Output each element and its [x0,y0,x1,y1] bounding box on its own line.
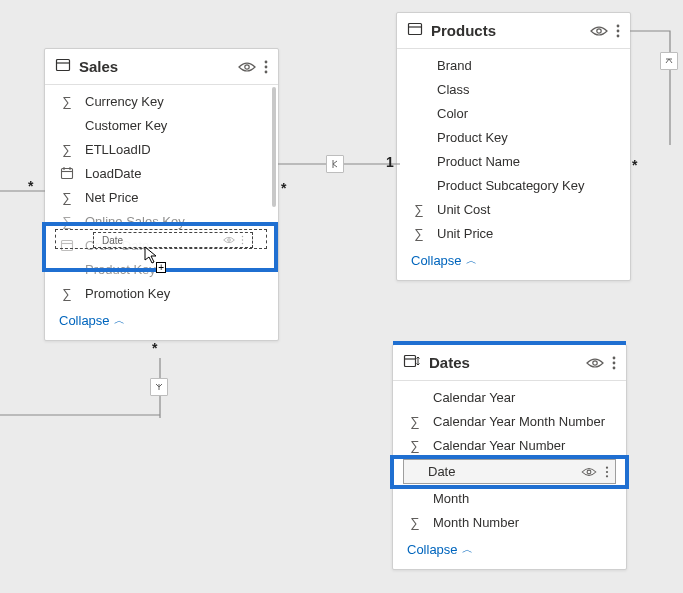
svg-point-22 [613,361,616,364]
chevron-up-icon: ︿ [114,313,125,328]
field-list: ∑Currency Key Customer Key ∑ETLLoadID Lo… [45,85,278,340]
field-unit-cost[interactable]: ∑Unit Cost [397,197,630,221]
svg-rect-6 [62,169,73,179]
field-month[interactable]: Month [393,486,626,510]
sigma-icon: ∑ [407,515,423,530]
field-product-name[interactable]: Product Name [397,149,630,173]
field-loaddate[interactable]: LoadDate [45,161,278,185]
field-promotion-key[interactable]: ∑Promotion Key [45,281,278,305]
svg-rect-18 [405,356,416,367]
svg-point-4 [265,65,268,68]
field-label: Month [433,491,612,506]
field-calendar-year[interactable]: Calendar Year [393,385,626,409]
more-icon[interactable] [616,24,620,38]
field-product-key[interactable]: Product Key [397,125,630,149]
card-title: Products [431,22,582,39]
sigma-icon: ∑ [407,414,423,429]
table-card-sales[interactable]: Sales ∑Currency Key Customer Key ∑ETLLoa… [44,48,279,341]
chevron-up-icon: ︿ [466,253,477,268]
svg-point-14 [597,28,601,32]
field-date-selected[interactable]: Date [403,459,616,484]
table-sort-icon [403,353,421,372]
field-label: Class [437,82,616,97]
field-class[interactable]: Class [397,77,630,101]
rel-filter-badge-sales-products [326,155,344,173]
sigma-icon: ∑ [407,438,423,453]
field-label: Month Number [433,515,612,530]
sigma-icon: ∑ [411,202,427,217]
field-customer-key[interactable]: Customer Key [45,113,278,137]
field-label: Customer Key [85,118,264,133]
collapse-link[interactable]: Collapse︿ [397,245,630,278]
field-net-price[interactable]: ∑Net Price [45,185,278,209]
field-unit-price[interactable]: ∑Unit Price [397,221,630,245]
card-title: Sales [79,58,230,75]
svg-point-30 [242,239,243,240]
field-label: Product Key [85,262,264,277]
field-label: Currency Key [85,94,264,109]
field-label: Promotion Key [85,286,264,301]
chevron-up-icon: ︿ [462,542,473,557]
mult-products-left: 1 [386,154,394,170]
table-card-dates[interactable]: Dates Calendar Year ∑Calendar Year Month… [392,344,627,570]
svg-point-15 [617,24,620,27]
sigma-icon: ∑ [59,190,75,205]
field-month-number[interactable]: ∑Month Number [393,510,626,534]
field-label: Unit Cost [437,202,616,217]
field-product-key[interactable]: Product Key [45,257,278,281]
field-label: Date [428,464,573,479]
field-label: Online Sales Key [85,214,264,229]
card-header-sales[interactable]: Sales [45,49,278,85]
visibility-icon[interactable] [590,24,608,38]
field-label: Calendar Year [433,390,612,405]
sigma-icon: ∑ [59,214,75,229]
field-label: LoadDate [85,166,264,181]
visibility-icon[interactable] [586,356,604,370]
svg-point-24 [587,470,591,474]
field-label: Product Subcategory Key [437,178,616,193]
card-header-products[interactable]: Products [397,13,630,49]
collapse-link[interactable]: Collapse︿ [45,305,278,338]
svg-point-25 [606,466,608,468]
svg-point-5 [265,70,268,73]
svg-point-28 [228,239,231,242]
field-label: Color [437,106,616,121]
more-icon[interactable] [605,466,609,478]
field-product-subcategory-key[interactable]: Product Subcategory Key [397,173,630,197]
field-etlloadid[interactable]: ∑ETLLoadID [45,137,278,161]
drag-ghost-field: Date [93,232,253,248]
card-header-dates[interactable]: Dates [393,345,626,381]
sigma-icon: ∑ [59,286,75,301]
svg-point-16 [617,29,620,32]
svg-point-17 [617,34,620,37]
svg-point-26 [606,470,608,472]
more-icon[interactable] [612,356,616,370]
svg-point-20 [593,360,597,364]
table-card-products[interactable]: Products Brand Class Color Product Key P… [396,12,631,281]
svg-rect-0 [57,60,70,71]
visibility-icon[interactable] [581,466,597,478]
field-label: Product Key [437,130,616,145]
field-currency-key[interactable]: ∑Currency Key [45,89,278,113]
collapse-link[interactable]: Collapse︿ [393,534,626,567]
mult-sales-left: * [28,178,33,194]
scrollbar[interactable] [272,87,276,207]
field-calendar-year-number[interactable]: ∑Calendar Year Number [393,433,626,457]
field-list: Calendar Year ∑Calendar Year Month Numbe… [393,381,626,569]
more-icon[interactable] [264,60,268,74]
field-label: Product Name [437,154,616,169]
svg-point-31 [242,243,243,244]
mult-sales-bottom: * [152,340,157,356]
field-brand[interactable]: Brand [397,53,630,77]
field-label: ETLLoadID [85,142,264,157]
calendar-icon [59,166,75,180]
rel-filter-badge-sales-bottom [150,378,168,396]
visibility-icon[interactable] [238,60,256,74]
rel-filter-badge-products-right [660,52,678,70]
svg-point-2 [245,64,249,68]
sigma-icon: ∑ [411,226,427,241]
svg-rect-12 [409,24,422,35]
field-color[interactable]: Color [397,101,630,125]
table-icon [55,57,71,76]
field-calendar-year-month-number[interactable]: ∑Calendar Year Month Number [393,409,626,433]
